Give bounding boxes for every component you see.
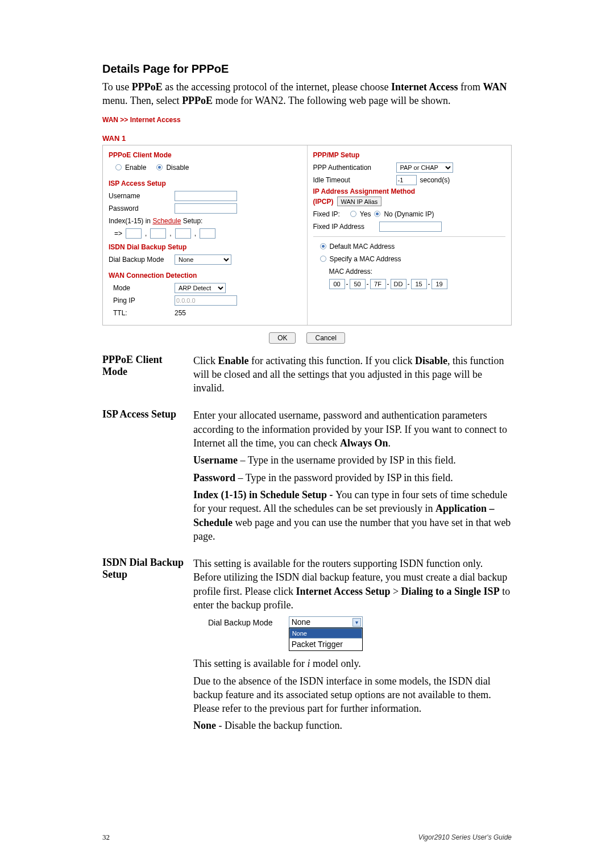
settings-panel: PPPoE Client Mode Enable Disable ISP Acc…: [102, 145, 512, 326]
dd-selected-value: None: [292, 617, 310, 628]
bold: Enable: [218, 355, 249, 366]
def-isp-term: ISP Access Setup: [102, 408, 193, 546]
ttl-label: TTL:: [109, 309, 171, 317]
def-isdn-body: This setting is available for the router…: [193, 557, 512, 736]
txt: – Type in the username provided by ISP i…: [238, 454, 456, 466]
bold: Always On: [340, 437, 388, 449]
intro-text: To use: [102, 81, 132, 93]
enable-radio[interactable]: [115, 164, 122, 170]
password-input[interactable]: [175, 203, 237, 214]
schedule-input-1[interactable]: [126, 228, 142, 239]
auth-select[interactable]: PAP or CHAP: [396, 162, 453, 173]
idle-unit: second(s): [420, 176, 450, 184]
password-label: Password: [109, 205, 171, 212]
txt: - Disable the backup function.: [216, 720, 342, 731]
username-input[interactable]: [175, 191, 237, 201]
idle-input[interactable]: [396, 175, 417, 185]
chevron-down-icon: ▾: [352, 618, 361, 627]
mac-input-5[interactable]: [411, 279, 427, 289]
intro-text: as the accessing protocol of the interne…: [163, 81, 391, 93]
def-pppoe-term: PPPoE Client Mode: [102, 354, 193, 399]
bold: None: [193, 720, 216, 731]
fixedaddr-input[interactable]: [379, 222, 442, 232]
disable-label: Disable: [166, 164, 189, 172]
ok-button[interactable]: OK: [269, 332, 296, 344]
fixedip-no-radio[interactable]: [374, 211, 380, 217]
mac-default-radio[interactable]: [320, 243, 326, 249]
txt: for activating this function. If you cli…: [249, 355, 415, 366]
schedule-input-2[interactable]: [150, 228, 166, 239]
mode-select[interactable]: ARP Detect: [175, 283, 226, 293]
mac-specify-label: Specify a MAC Address: [330, 255, 401, 263]
dd-item-packet-trigger[interactable]: Packet Trigger: [289, 639, 362, 650]
panel-right: PPP/MP Setup PPP Authentication PAP or C…: [307, 145, 512, 325]
section-title: Details Page for PPPoE: [102, 62, 512, 76]
schedule-link[interactable]: Schedule: [152, 217, 181, 225]
txt: Due to the absence of the ISDN interface…: [193, 674, 512, 716]
fixedip-yes-radio[interactable]: [350, 211, 356, 217]
breadcrumb: WAN >> Internet Access: [102, 116, 512, 124]
txt: – Type in the password provided by ISP i…: [235, 472, 453, 483]
intro-text: mode for WAN2. The following web page wi…: [213, 95, 450, 106]
dd-select[interactable]: None ▾: [289, 616, 363, 628]
bold: Disable: [415, 355, 447, 366]
bold: Dialing to a Single ISP: [401, 586, 500, 597]
schedule-index-label: Index(1-15) in Schedule Setup:: [109, 217, 202, 225]
footer: 32 Vigor2910 Series User's Guide: [0, 833, 614, 842]
mac-label: MAC Address:: [329, 268, 373, 276]
cancel-button[interactable]: Cancel: [306, 332, 345, 344]
intro-paragraph: To use PPPoE as the accessing protocol o…: [102, 80, 512, 108]
def-isp-body: Enter your allocated username, password …: [193, 408, 512, 546]
mac-specify-radio[interactable]: [320, 256, 326, 262]
fixedip-no-label: No (Dynamic IP): [384, 210, 434, 218]
wan-detect-heading: WAN Connection Detection: [109, 272, 301, 279]
ttl-value: 255: [175, 309, 186, 317]
txt: web page and you can use the number that…: [193, 517, 511, 542]
intro-text: menu. Then, select: [102, 95, 182, 106]
txt: >: [390, 586, 401, 597]
intro-bold: Internet Access: [391, 81, 458, 93]
schedule-index-pre: Index(1-15) in: [109, 217, 152, 225]
mac-default-label: Default MAC Address: [330, 243, 395, 251]
panel-left: PPPoE Client Mode Enable Disable ISP Acc…: [103, 145, 307, 325]
schedule-input-3[interactable]: [175, 228, 191, 239]
page-number: 32: [102, 833, 110, 842]
mac-input-2[interactable]: [350, 279, 366, 289]
bold: Username: [193, 454, 238, 466]
mac-input-4[interactable]: [391, 279, 406, 289]
fixedaddr-label: Fixed IP Address: [313, 223, 376, 231]
mac-input-6[interactable]: [432, 279, 447, 289]
dial-backup-select[interactable]: None: [175, 254, 231, 265]
dial-backup-illustration: Dial Backup Mode None ▾ None Packet Trig…: [208, 616, 512, 651]
isdn-heading: ISDN Dial Backup Setup: [109, 243, 301, 251]
intro-bold: WAN: [483, 81, 507, 93]
txt: model only.: [310, 658, 360, 669]
txt: Click: [193, 355, 218, 366]
dd-item-none[interactable]: None: [289, 628, 362, 639]
buttons-row: OK Cancel: [102, 331, 512, 344]
def-isdn-term: ISDN Dial Backup Setup: [102, 557, 193, 736]
intro-text: from: [458, 81, 483, 93]
bold: Password: [193, 472, 235, 483]
bold: Internet Access Setup: [296, 586, 390, 597]
bold: Index (1-15) in Schedule Setup -: [193, 489, 335, 500]
pingip-label: Ping IP: [109, 297, 171, 304]
intro-bold: PPPoE: [132, 81, 163, 93]
intro-bold: PPPoE: [182, 95, 213, 106]
idle-label: Idle Timeout: [313, 176, 393, 184]
def-pppoe-body: Click Enable for activating this functio…: [193, 354, 512, 399]
mac-input-3[interactable]: [370, 279, 386, 289]
auth-label: PPP Authentication: [313, 164, 393, 172]
schedule-input-4[interactable]: [200, 228, 215, 239]
ipcp-heading: IP Address Assignment Method: [313, 187, 416, 195]
fixedip-yes-label: Yes: [360, 210, 371, 218]
enable-label: Enable: [125, 164, 146, 172]
wan-label: WAN 1: [102, 134, 512, 143]
pppoe-client-mode-heading: PPPoE Client Mode: [109, 151, 301, 159]
txt: .: [388, 437, 391, 449]
wan-ip-alias-button[interactable]: WAN IP Alias: [337, 197, 382, 206]
disable-radio[interactable]: [156, 164, 163, 170]
mac-input-1[interactable]: [329, 279, 345, 289]
txt: This setting is available for: [193, 658, 307, 669]
fixedip-label: Fixed IP:: [313, 210, 340, 218]
